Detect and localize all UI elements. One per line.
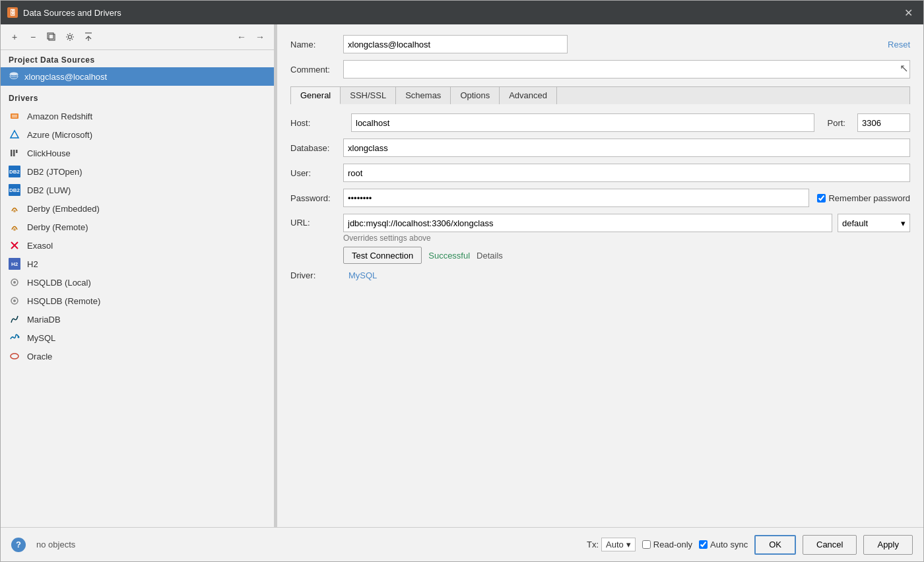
svg-point-12	[13, 228, 16, 231]
tx-control: Tx: Auto ▾	[587, 538, 636, 551]
tx-dropdown[interactable]: Auto ▾	[601, 538, 636, 551]
tab-advanced[interactable]: Advanced	[500, 87, 557, 104]
status-text: no objects	[36, 540, 75, 549]
driver-item-derby-emb[interactable]: Derby (Embedded)	[1, 199, 274, 218]
driver-item-hsql-local[interactable]: HSQLDB (Local)	[1, 273, 274, 292]
port-input[interactable]	[857, 113, 910, 132]
driver-item-redshift[interactable]: Amazon Redshift	[1, 107, 274, 125]
autosync-label[interactable]: Auto sync	[699, 540, 748, 549]
driver-label: Oracle	[27, 352, 52, 361]
svg-point-16	[13, 281, 16, 284]
datasource-item-xlongclass[interactable]: xlongclass@localhost	[1, 67, 274, 86]
password-label: Password:	[290, 193, 343, 203]
url-input[interactable]	[343, 214, 832, 232]
ok-button[interactable]: OK	[754, 535, 796, 555]
right-panel: Name: Reset Comment: General SSH/SSL	[277, 24, 923, 527]
svg-point-11	[13, 210, 16, 212]
remember-password-checkbox[interactable]	[817, 194, 826, 203]
derby-rem-icon	[9, 221, 20, 233]
tab-sshssl[interactable]: SSH/SSL	[341, 87, 396, 104]
tab-schemas[interactable]: Schemas	[396, 87, 451, 104]
tx-value: Auto	[606, 540, 624, 549]
export-button[interactable]	[80, 28, 97, 46]
title-bar: 🗄 Data Sources and Drivers ✕	[1, 1, 923, 24]
azure-icon	[9, 129, 20, 140]
driver-item-azure[interactable]: Azure (Microsoft)	[1, 125, 274, 144]
reset-link[interactable]: Reset	[888, 40, 910, 49]
help-button[interactable]: ?	[11, 538, 26, 552]
autosync-checkbox[interactable]	[699, 540, 708, 549]
svg-rect-0	[49, 34, 55, 40]
driver-label: DB2 (JTOpen)	[27, 167, 82, 177]
tx-label: Tx:	[587, 540, 599, 549]
port-label: Port:	[828, 118, 845, 128]
url-dropdown[interactable]: default ▾	[838, 214, 910, 232]
url-dropdown-value: default	[842, 218, 868, 228]
driver-item-mariadb[interactable]: MariaDB	[1, 310, 274, 328]
comment-input[interactable]	[343, 60, 910, 78]
svg-rect-4	[11, 113, 18, 119]
host-input[interactable]	[351, 113, 814, 132]
svg-rect-9	[13, 150, 15, 156]
svg-point-19	[18, 336, 20, 338]
tabs-container: General SSH/SSL Schemas Options Advanced	[290, 86, 910, 104]
add-button[interactable]: +	[6, 28, 23, 46]
driver-item-clickhouse[interactable]: ClickHouse	[1, 144, 274, 162]
driver-item-oracle[interactable]: Oracle	[1, 347, 274, 365]
remember-password-label: Remember password	[828, 193, 910, 203]
forward-button[interactable]: →	[251, 28, 269, 46]
h2-icon: H2	[9, 258, 20, 270]
mariadb-icon	[9, 313, 20, 325]
copy-button[interactable]	[43, 28, 60, 46]
name-input[interactable]	[343, 35, 568, 53]
apply-button[interactable]: Apply	[863, 535, 913, 555]
database-label: Database:	[290, 143, 343, 153]
svg-point-3	[10, 73, 18, 76]
host-label: Host:	[290, 118, 343, 128]
toolbar: + − ← →	[1, 24, 274, 50]
cancel-button[interactable]: Cancel	[803, 535, 857, 555]
driver-item-db2luw[interactable]: DB2 DB2 (LUW)	[1, 181, 274, 199]
readonly-label[interactable]: Read-only	[642, 540, 692, 549]
redshift-icon	[9, 110, 20, 122]
tab-general[interactable]: General	[291, 87, 341, 104]
app-icon: 🗄	[7, 7, 18, 18]
user-input[interactable]	[343, 164, 910, 182]
readonly-text: Read-only	[653, 540, 692, 549]
driver-link[interactable]: MySQL	[348, 270, 377, 280]
test-connection-button[interactable]: Test Connection	[343, 247, 422, 264]
tab-options[interactable]: Options	[451, 87, 500, 104]
driver-item-exasol[interactable]: Exasol	[1, 236, 274, 255]
settings-button[interactable]	[61, 28, 79, 46]
db2luw-icon: DB2	[9, 184, 20, 196]
driver-label: Derby (Remote)	[27, 222, 88, 232]
expand-comment-button[interactable]	[901, 65, 908, 74]
svg-rect-8	[11, 150, 13, 156]
test-details-link[interactable]: Details	[477, 251, 503, 261]
svg-rect-6	[12, 117, 17, 118]
driver-item-h2[interactable]: H2 H2	[1, 255, 274, 273]
derby-emb-icon	[9, 203, 20, 214]
driver-item-derby-rem[interactable]: Derby (Remote)	[1, 218, 274, 236]
driver-item-hsql-remote[interactable]: HSQLDB (Remote)	[1, 292, 274, 310]
driver-item-mysql[interactable]: MySQL	[1, 328, 274, 347]
svg-point-20	[11, 354, 18, 359]
readonly-checkbox[interactable]	[642, 540, 651, 549]
driver-label: DB2 (LUW)	[27, 185, 71, 195]
driver-label: ClickHouse	[27, 148, 71, 158]
drivers-header: Drivers	[1, 86, 274, 106]
database-input[interactable]	[343, 139, 910, 157]
driver-item-db2open[interactable]: DB2 DB2 (JTOpen)	[1, 162, 274, 181]
close-button[interactable]: ✕	[900, 5, 917, 20]
clickhouse-icon	[9, 147, 20, 159]
url-label: URL:	[290, 214, 343, 228]
remember-password-checkbox-label[interactable]: Remember password	[817, 193, 910, 203]
back-button[interactable]: ←	[233, 28, 250, 46]
remove-button[interactable]: −	[24, 28, 42, 46]
bottom-bar: ? no objects Tx: Auto ▾ Read-only Auto s…	[1, 527, 923, 561]
driver-label: Azure (Microsoft)	[27, 130, 92, 140]
exasol-icon	[9, 239, 20, 251]
driver-label: Derby (Embedded)	[27, 204, 100, 214]
oracle-icon	[9, 350, 20, 362]
password-input[interactable]	[343, 189, 809, 207]
